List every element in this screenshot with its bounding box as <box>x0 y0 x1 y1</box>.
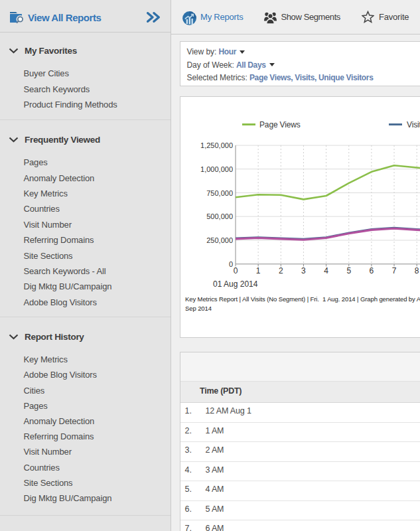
svg-text:6: 6 <box>370 266 374 275</box>
svg-text:Page Views: Page Views <box>259 120 301 129</box>
svg-text:1,250,000: 1,250,000 <box>200 141 233 149</box>
svg-text:1: 1 <box>256 266 261 275</box>
svg-text:750,000: 750,000 <box>206 189 233 197</box>
svg-text:5: 5 <box>346 266 351 275</box>
svg-text:500,000: 500,000 <box>206 212 233 220</box>
svg-text:2: 2 <box>279 266 283 275</box>
svg-text:0: 0 <box>234 266 238 275</box>
svg-text:1,000,000: 1,000,000 <box>200 165 233 173</box>
svg-text:4: 4 <box>324 266 328 275</box>
svg-text:01 Aug 2014: 01 Aug 2014 <box>213 279 258 289</box>
svg-text:8: 8 <box>415 266 419 275</box>
svg-text:250,000: 250,000 <box>206 236 233 244</box>
svg-text:0: 0 <box>229 260 233 268</box>
svg-text:3: 3 <box>301 266 306 275</box>
svg-text:Visits: Visits <box>407 120 420 129</box>
svg-text:7: 7 <box>392 266 397 275</box>
